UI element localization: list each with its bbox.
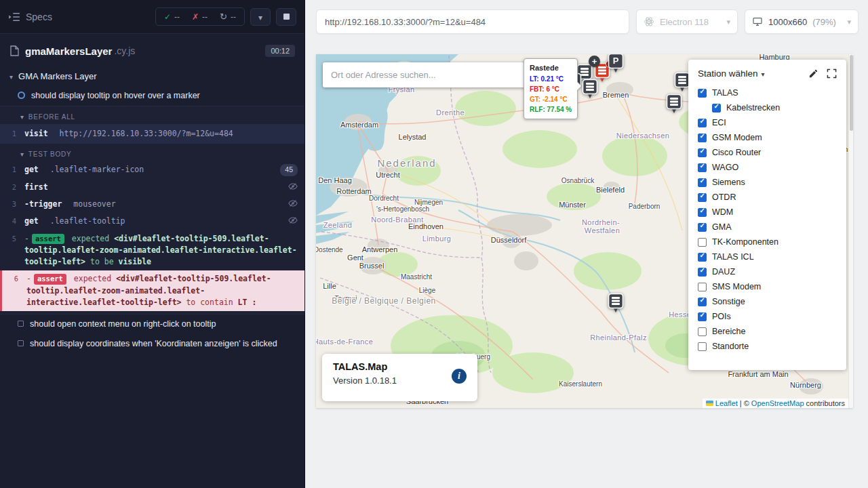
station-marker[interactable]: P (608, 54, 624, 73)
active-test-row[interactable]: should display tooltip on hover over a m… (0, 86, 304, 106)
checkbox-icon (698, 283, 707, 291)
checkbox-icon (712, 104, 721, 113)
viewport-scale: (79%) (812, 17, 836, 27)
osm-link[interactable]: OpenStreetMap (751, 399, 804, 407)
layer-checkbox-row[interactable]: Siemens (698, 178, 837, 187)
scrollbar-thumb[interactable] (850, 55, 853, 131)
expand-button[interactable] (827, 68, 837, 79)
layer-label: TALAS ICL (712, 252, 754, 262)
leaflet-map[interactable]: Amsterdam Utrecht Lelystad Groningen Lee… (316, 54, 853, 408)
layer-checkbox-row[interactable]: TALAS (698, 88, 837, 98)
layer-checkbox-row[interactable]: WAGO (698, 163, 837, 172)
station-marker[interactable] (608, 293, 624, 313)
checkbox-icon (698, 193, 707, 202)
station-layer-panel: Station wählen (688, 60, 846, 370)
spec-file-icon (9, 45, 19, 56)
layer-checkbox-row[interactable]: POIs (698, 312, 837, 321)
station-select-dropdown[interactable]: Station wählen (698, 68, 765, 79)
test-reporter: GMA Markers Layer should display tooltip… (0, 65, 304, 488)
caret-icon (20, 113, 24, 121)
layer-checkbox-row[interactable]: TK-Komponenten (698, 237, 837, 247)
chevron-down-icon (258, 11, 262, 23)
cross-icon (192, 12, 199, 22)
pending-test-row[interactable]: should display coordinates when 'Koordin… (0, 334, 304, 354)
layer-checkbox-row[interactable]: WDM (698, 207, 837, 217)
browser-select[interactable]: Electron 118 (636, 9, 738, 34)
app-version: Version 1.0.18.1 (333, 375, 467, 386)
station-marker[interactable] (666, 94, 682, 114)
stop-icon (283, 14, 290, 20)
stat-pending[interactable]: -- (214, 10, 241, 23)
search-input[interactable] (331, 70, 529, 80)
test-title: should display coordinates when 'Koordin… (30, 338, 277, 350)
browser-name: Electron 118 (660, 17, 709, 27)
cypress-sidebar: Specs -- -- -- gmaMarkersLayer .cy.js 00… (0, 0, 305, 488)
command-get-marker[interactable]: 1 get .leaflet-marker-icon 45 (0, 161, 304, 179)
layer-checkbox-row[interactable]: TALAS ICL (698, 252, 837, 262)
command-visit[interactable]: 1 visit http://192.168.10.33:3000/?m=12&… (0, 124, 304, 144)
command-first[interactable]: 2 first (0, 179, 304, 196)
layer-checkbox-row[interactable]: GMA (698, 222, 837, 232)
layer-label: WAGO (712, 163, 738, 172)
checkbox-icon (698, 148, 707, 157)
layer-checkbox-row[interactable]: Sonstige (698, 297, 837, 306)
edit-button[interactable] (808, 68, 818, 79)
layer-checkbox-row[interactable]: Kabelstrecken (712, 103, 837, 113)
checkbox-icon (698, 119, 707, 127)
caret-icon (20, 150, 24, 158)
assert-badge: assert (32, 234, 64, 245)
map-search-box (323, 62, 537, 87)
spec-header: gmaMarkersLayer .cy.js 00:12 (0, 34, 304, 65)
hidden-element-icon (288, 182, 298, 191)
chevron-down-icon (847, 18, 851, 26)
layer-checkbox-row[interactable]: Cisco Router (698, 148, 837, 157)
stat-passed[interactable]: -- (159, 11, 185, 23)
layer-label: TALAS (712, 88, 738, 98)
layer-checkbox-row[interactable]: GSM Modem (698, 133, 837, 142)
marker-letter: P (608, 56, 624, 66)
viewport-select[interactable]: 1000x660 (79%) (745, 9, 859, 34)
aut-scrollbar[interactable] (848, 54, 853, 408)
checkbox-icon (698, 298, 707, 306)
command-assert-failed[interactable]: 6 -assert expected <div#leaflet-tooltip-… (0, 270, 304, 311)
add-marker-button[interactable]: + (589, 56, 600, 67)
layer-label: ECI (712, 118, 726, 127)
hook-before-all[interactable]: BEFORE ALL (0, 106, 304, 124)
command-get-tooltip[interactable]: 4 get .leaflet-tooltip (0, 213, 304, 230)
layer-checkbox-row[interactable]: SMS Modem (698, 282, 837, 291)
suite-gma-markers-layer[interactable]: GMA Markers Layer (0, 66, 304, 86)
layer-checkbox-row[interactable]: DAUZ (698, 267, 837, 277)
specs-menu-icon (8, 12, 20, 22)
command-assert-passed[interactable]: 5 -assert expected <div#leaflet-tooltip-… (0, 230, 304, 271)
url-bar[interactable]: http://192.168.10.33:3000/?m=12&u=484 (316, 9, 629, 34)
chevron-down-icon (726, 18, 730, 26)
tooltip-measurement: RLF: 77.54 % (530, 104, 572, 115)
aut-header: http://192.168.10.33:3000/?m=12&u=484 El… (305, 0, 868, 43)
pending-test-icon (18, 321, 24, 327)
pending-test-row[interactable]: should open context menu on right-click … (0, 314, 304, 334)
layer-checkbox-row[interactable]: Standorte (698, 342, 837, 351)
aut-body: Amsterdam Utrecht Lelystad Groningen Lee… (305, 43, 868, 488)
hook-test-body[interactable]: TEST BODY (0, 144, 304, 161)
leaflet-link[interactable]: Leaflet (715, 399, 738, 407)
test-title: should display tooltip on hover over a m… (31, 90, 200, 102)
collapse-all-button[interactable] (250, 8, 271, 26)
info-icon[interactable] (452, 369, 467, 384)
command-trigger[interactable]: 3 -trigger mouseover (0, 196, 304, 213)
suite-title: GMA Markers Layer (18, 71, 97, 81)
spec-extension: .cy.js (114, 45, 135, 56)
map-attribution: Leaflet | © OpenStreetMap contributors (703, 399, 848, 408)
element-count-badge: 45 (280, 164, 298, 176)
tooltip-measurement: FBT: 6 °C (530, 84, 572, 94)
caret-icon (9, 71, 13, 81)
specs-toggle-button[interactable]: Specs (8, 12, 52, 22)
layer-checkbox-row[interactable]: OTDR (698, 192, 837, 202)
assert-badge: assert (34, 274, 66, 285)
specs-label: Specs (26, 12, 52, 22)
stop-run-button[interactable] (276, 8, 296, 26)
stat-failed[interactable]: -- (186, 11, 213, 23)
pending-tests: should open context menu on right-click … (0, 314, 304, 354)
layer-label: POIs (712, 312, 731, 321)
layer-checkbox-row[interactable]: Bereiche (698, 327, 837, 336)
layer-checkbox-row[interactable]: ECI (698, 118, 837, 127)
